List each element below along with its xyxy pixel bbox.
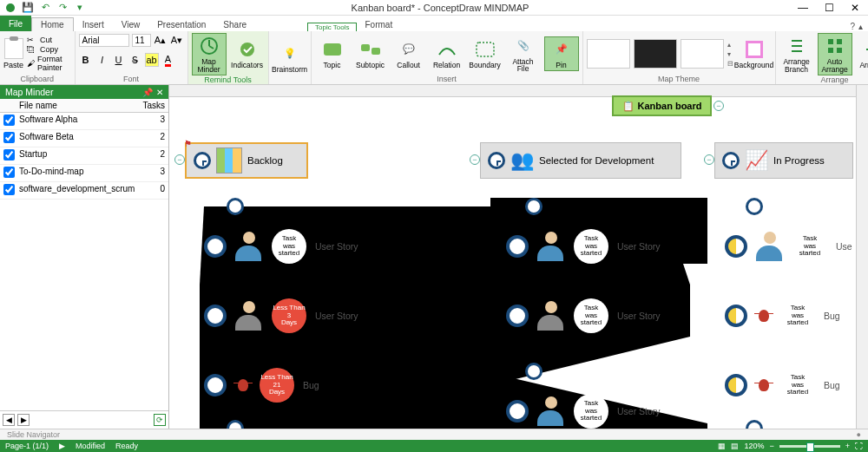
font-size-dropdown[interactable]: 11 [132,34,151,47]
save-icon[interactable]: 💾 [21,1,35,15]
underline-button[interactable]: U [112,53,126,67]
subtopic-button[interactable]: Subtopic [353,37,388,71]
grow-font-button[interactable]: A▴ [154,33,168,47]
map-minder-button[interactable]: Map Minder [192,33,227,75]
row-checkbox[interactable] [3,115,15,126]
paste-button[interactable]: Paste [3,38,23,69]
auto-arrange-button[interactable]: Auto Arrange [818,33,852,75]
ribbon-collapse-icon[interactable]: ▴ [858,22,863,31]
cut-button[interactable]: ✂Cut [27,36,71,44]
arrange-branch-button[interactable]: Arrange Branch [779,34,814,75]
strike-button[interactable]: S̶ [128,53,142,67]
indicators-button[interactable]: Indicators [230,37,265,71]
panel-prev-button[interactable]: ◀ [3,414,15,426]
collapse-toggle[interactable]: − [174,154,185,165]
content-area: Map Minder 📌✕ File name Tasks Software A… [0,85,868,429]
file-tab[interactable]: File [0,16,31,31]
row-checkbox[interactable] [3,132,15,143]
tab-presentation[interactable]: Presentation [148,18,214,31]
panel-row[interactable]: Software Alpha3 [0,113,168,130]
zoom-percent[interactable]: 120% [744,442,764,450]
backlog-item-2[interactable]: Less Than 3 Days User Story [204,298,358,333]
pin-button[interactable]: 📌Pin [544,36,579,72]
paperclip-icon: 📎 [513,36,534,56]
minimize-button[interactable]: — [790,0,816,16]
panel-sync-button[interactable]: ⟳ [154,414,166,426]
italic-button[interactable]: I [95,53,109,67]
clock-icon [204,305,227,327]
format-painter-button[interactable]: 🖌Format Painter [27,55,71,72]
panel-close-icon[interactable]: ✕ [156,88,163,97]
theme-more[interactable]: ⊟ [727,60,733,68]
tab-insert[interactable]: Insert [74,18,113,31]
inprogress-item-3[interactable]: Task was started Bug [725,368,840,403]
view-mode-button[interactable]: ▤ [731,442,739,450]
backlog-item-1[interactable]: Task was started User Story [204,229,358,264]
highlight-button[interactable]: ab [145,53,159,67]
mindmap-canvas[interactable]: 📋Kanban board − ⚑ Backlog − 👥 Selected f… [169,85,868,429]
slide-dot[interactable]: ● [857,430,861,439]
redo-icon[interactable]: ↷ [56,1,69,15]
font-color-button[interactable]: A [161,53,175,67]
panel-row[interactable]: Software Beta2 [0,130,168,147]
svg-rect-6 [477,43,494,56]
status-next-icon[interactable]: ▶ [59,442,65,450]
zoom-fit-button[interactable]: ⛶ [855,442,863,450]
panel-row[interactable]: Startup2 [0,147,168,165]
theme-thumb-1[interactable] [587,39,630,69]
view-mode-button[interactable]: ▦ [718,442,726,450]
background-button[interactable]: Background [737,37,772,71]
theme-thumb-3[interactable] [681,39,724,69]
brainstorm-button[interactable]: 💡 Brainstorm [273,42,307,75]
panel-next-button[interactable]: ▶ [17,414,30,426]
zoom-in-button[interactable]: + [845,442,850,450]
panel-row[interactable]: To-Do-mind-map3 [0,165,168,182]
tab-view[interactable]: View [113,18,149,31]
row-checkbox[interactable] [3,184,15,195]
column-selected[interactable]: 👥 Selected for Development [480,142,681,179]
selected-item-1[interactable]: Task was started User Story [506,229,661,264]
copy-icon: ⿻ [27,45,37,54]
zoom-out-button[interactable]: − [769,442,773,450]
theme-thumb-2[interactable] [634,39,677,69]
tab-format[interactable]: Format [356,18,401,31]
topic-button[interactable]: Topic [315,37,350,71]
theme-scroll-down[interactable]: ▾ [727,50,733,58]
column-backlog[interactable]: ⚑ Backlog [185,142,308,179]
theme-scroll-up[interactable]: ▴ [727,41,733,49]
tab-share[interactable]: Share [214,18,255,31]
shrink-font-button[interactable]: A▾ [170,33,184,47]
arrange-button[interactable]: Arrange [856,37,868,71]
panel-pin-icon[interactable]: 📌 [142,88,153,97]
copy-button[interactable]: ⿻Copy [27,45,71,54]
panel-row[interactable]: software_development_scrum0 [0,182,168,200]
font-family-dropdown[interactable]: Arial [79,34,129,47]
relation-button[interactable]: Relation [430,37,464,71]
bold-button[interactable]: B [79,53,93,67]
app-menu-icon[interactable] [3,1,17,15]
backlog-item-3[interactable]: Less Than 21 Days Bug [204,368,319,403]
column-inprogress[interactable]: 📈 In Progress [714,142,853,179]
callout-button[interactable]: 💬Callout [391,37,426,71]
inprogress-item-1[interactable]: Task was started Use [725,229,852,264]
tab-home[interactable]: Home [31,17,74,31]
root-topic[interactable]: 📋Kanban board [612,95,712,116]
collapse-toggle[interactable]: − [704,154,714,165]
inprogress-item-2[interactable]: Task was started Bug [725,298,840,333]
row-checkbox[interactable] [3,167,15,178]
zoom-slider[interactable] [779,445,840,448]
attach-file-button[interactable]: 📎Attach File [506,34,541,75]
slide-navigator[interactable]: Slide Navigator ● [0,429,868,440]
row-checkbox[interactable] [3,149,15,160]
undo-icon[interactable]: ↶ [38,1,52,15]
maximize-button[interactable]: ☐ [816,0,842,16]
boundary-button[interactable]: Boundary [468,37,503,71]
selected-item-2[interactable]: Task was started User Story [506,298,661,333]
ribbon-help-icon[interactable]: ? [850,22,855,31]
collapse-toggle[interactable]: − [470,154,480,165]
row-filename: Software Beta [16,130,139,147]
qat-more-icon[interactable]: ▾ [73,1,87,15]
selected-item-3[interactable]: Task was started User Story [506,394,661,429]
close-button[interactable]: ✕ [842,0,868,16]
collapse-toggle[interactable]: − [713,101,724,111]
